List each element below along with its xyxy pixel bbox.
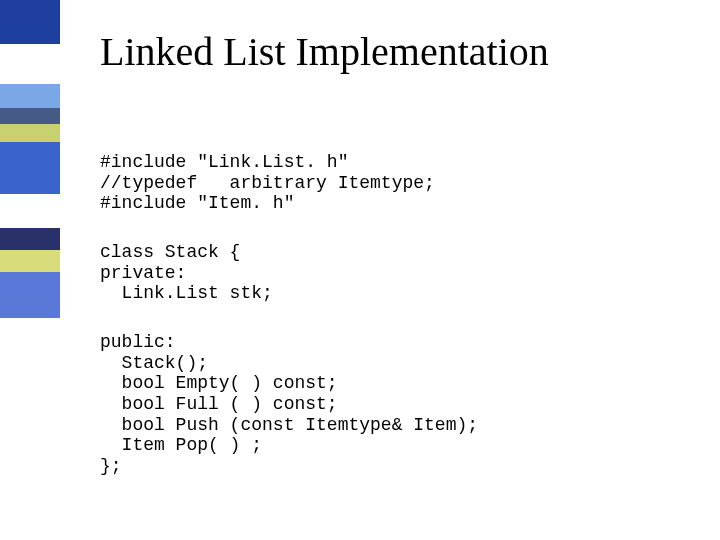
slide-title: Linked List Implementation [100, 28, 549, 75]
sidebar-block [0, 318, 60, 358]
sidebar-block [0, 44, 60, 84]
sidebar-block [0, 0, 60, 44]
decorative-sidebar [0, 0, 60, 540]
sidebar-block [0, 272, 60, 318]
sidebar-block [0, 142, 60, 194]
code-block-class-private: class Stack { private: Link.List stk; [100, 242, 273, 304]
sidebar-block [0, 108, 60, 124]
sidebar-block [0, 84, 60, 108]
sidebar-block [0, 124, 60, 142]
code-block-includes: #include "Link.List. h" //typedef arbitr… [100, 152, 435, 214]
sidebar-block [0, 250, 60, 272]
code-block-class-public: public: Stack(); bool Empty( ) const; bo… [100, 332, 478, 477]
slide: Linked List Implementation #include "Lin… [0, 0, 720, 540]
sidebar-block [0, 228, 60, 250]
sidebar-block [0, 358, 60, 540]
sidebar-block [0, 194, 60, 228]
